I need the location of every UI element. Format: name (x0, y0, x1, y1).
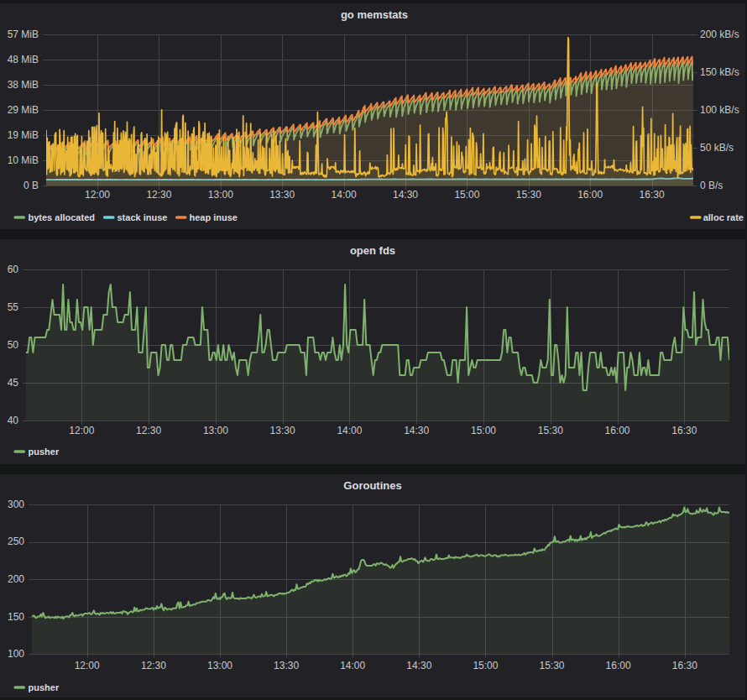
svg-text:15:30: 15:30 (516, 189, 541, 201)
svg-text:0 B/s: 0 B/s (700, 180, 723, 191)
svg-text:14:00: 14:00 (337, 425, 362, 436)
svg-text:19 MiB: 19 MiB (8, 129, 39, 141)
svg-text:13:30: 13:30 (274, 660, 299, 671)
svg-text:13:00: 13:00 (203, 425, 228, 436)
svg-text:alloc rate: alloc rate (703, 212, 744, 222)
svg-text:45: 45 (8, 377, 19, 389)
svg-text:200 kB/s: 200 kB/s (700, 29, 739, 40)
svg-text:15:30: 15:30 (539, 660, 564, 671)
svg-text:12:30: 12:30 (136, 425, 161, 436)
svg-text:15:00: 15:00 (471, 425, 496, 436)
svg-text:14:30: 14:30 (406, 660, 431, 671)
svg-text:bytes allocated: bytes allocated (29, 212, 95, 222)
svg-text:15:30: 15:30 (538, 425, 563, 436)
svg-text:12:00: 12:00 (69, 425, 94, 436)
svg-text:16:00: 16:00 (577, 189, 603, 201)
svg-text:300: 300 (8, 499, 24, 510)
svg-text:12:30: 12:30 (146, 189, 171, 201)
svg-text:pusher: pusher (29, 447, 60, 457)
svg-text:13:30: 13:30 (269, 189, 295, 201)
svg-text:29 MiB: 29 MiB (8, 104, 39, 116)
svg-text:48 MiB: 48 MiB (8, 54, 39, 65)
svg-text:12:00: 12:00 (75, 660, 100, 671)
svg-text:14:00: 14:00 (332, 189, 357, 201)
svg-text:13:30: 13:30 (270, 425, 295, 436)
svg-text:60: 60 (8, 264, 19, 275)
svg-text:16:30: 16:30 (671, 425, 697, 436)
svg-text:12:00: 12:00 (85, 189, 110, 201)
svg-text:16:30: 16:30 (640, 189, 665, 201)
svg-text:150: 150 (8, 611, 24, 623)
svg-text:Goroutines: Goroutines (343, 479, 401, 492)
svg-text:55: 55 (8, 301, 19, 313)
svg-text:50: 50 (8, 339, 19, 351)
svg-text:38 MiB: 38 MiB (8, 79, 39, 91)
svg-text:open fds: open fds (350, 244, 395, 257)
svg-text:12:30: 12:30 (141, 660, 166, 671)
svg-text:13:00: 13:00 (207, 660, 232, 671)
svg-text:14:30: 14:30 (393, 189, 418, 201)
svg-text:50 kB/s: 50 kB/s (700, 142, 734, 154)
svg-text:16:00: 16:00 (606, 660, 631, 671)
svg-text:16:00: 16:00 (604, 425, 629, 436)
svg-text:15:00: 15:00 (473, 660, 498, 671)
svg-text:250: 250 (8, 535, 24, 547)
svg-text:heap inuse: heap inuse (190, 212, 238, 222)
svg-text:100 kB/s: 100 kB/s (700, 104, 739, 116)
svg-text:14:00: 14:00 (340, 660, 365, 671)
svg-text:pusher: pusher (29, 682, 60, 692)
svg-text:100: 100 (8, 648, 24, 660)
svg-text:16:30: 16:30 (672, 660, 697, 671)
svg-text:15:00: 15:00 (454, 189, 479, 201)
svg-text:10 MiB: 10 MiB (8, 154, 39, 166)
svg-text:14:30: 14:30 (404, 425, 429, 436)
svg-text:200: 200 (8, 573, 24, 585)
svg-text:13:00: 13:00 (208, 189, 233, 201)
svg-text:0 B: 0 B (24, 180, 39, 191)
svg-text:40: 40 (8, 415, 19, 426)
svg-text:150 kB/s: 150 kB/s (700, 66, 739, 78)
svg-text:stack inuse: stack inuse (118, 212, 168, 222)
svg-text:57 MiB: 57 MiB (8, 29, 39, 40)
svg-text:go memstats: go memstats (341, 8, 408, 21)
